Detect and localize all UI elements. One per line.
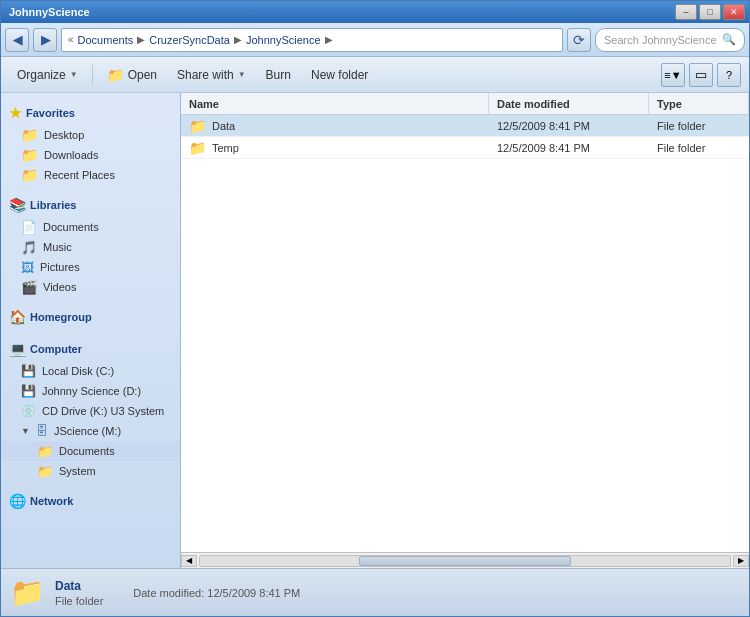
- search-box[interactable]: Search JohnnyScience 🔍: [595, 28, 745, 52]
- maximize-button[interactable]: □: [699, 4, 721, 20]
- scroll-right-button[interactable]: ▶: [733, 555, 749, 567]
- sidebar-item-recent-places[interactable]: 📁 Recent Places: [1, 165, 180, 185]
- breadcrumb-johnny[interactable]: JohnnyScience: [246, 34, 321, 46]
- organize-arrow-icon: ▼: [70, 70, 78, 79]
- breadcrumb-cruzer[interactable]: CruzerSyncData: [149, 34, 230, 46]
- breadcrumb-arrow-1: ▶: [137, 34, 145, 45]
- sidebar-item-desktop[interactable]: 📁 Desktop: [1, 125, 180, 145]
- sidebar-item-downloads[interactable]: 📁 Downloads: [1, 145, 180, 165]
- status-modified: Date modified: 12/5/2009 8:41 PM: [133, 587, 300, 599]
- table-row[interactable]: 📁 Temp 12/5/2009 8:41 PM File folder: [181, 137, 749, 159]
- homegroup-header[interactable]: 🏠 Homegroup: [1, 305, 180, 329]
- minimize-button[interactable]: –: [675, 4, 697, 20]
- pictures-label: Pictures: [40, 261, 80, 273]
- scrollbar-thumb[interactable]: [359, 556, 571, 566]
- sidebar-item-music[interactable]: 🎵 Music: [1, 237, 180, 257]
- sidebar-item-documents-jscience[interactable]: 📁 Documents: [1, 441, 180, 461]
- col-header-type[interactable]: Type: [649, 93, 749, 114]
- new-folder-button[interactable]: New folder: [303, 61, 376, 89]
- sidebar-item-videos[interactable]: 🎬 Videos: [1, 277, 180, 297]
- sidebar-item-documents[interactable]: 📄 Documents: [1, 217, 180, 237]
- main-area: ★ Favorites 📁 Desktop 📁 Downloads 📁 Rece…: [1, 93, 749, 568]
- homegroup-icon: 🏠: [9, 309, 26, 325]
- organize-button[interactable]: Organize ▼: [9, 61, 86, 89]
- sidebar-item-local-disk[interactable]: 💾 Local Disk (C:): [1, 361, 180, 381]
- horizontal-scrollbar[interactable]: ◀ ▶: [181, 552, 749, 568]
- jscience-label: JScience (M:): [54, 425, 121, 437]
- cd-drive-icon: 💿: [21, 404, 36, 418]
- file-folder-icon-data: 📁: [189, 118, 206, 134]
- content-area: Name Date modified Type 📁 Data 12/5/2009…: [181, 93, 749, 568]
- sidebar-item-cd-drive[interactable]: 💿 CD Drive (K:) U3 System: [1, 401, 180, 421]
- homegroup-label: Homegroup: [30, 311, 92, 323]
- system-folder-icon: 📁: [37, 464, 53, 479]
- address-field[interactable]: « Documents ▶ CruzerSyncData ▶ JohnnySci…: [61, 28, 563, 52]
- sidebar-item-pictures[interactable]: 🖼 Pictures: [1, 257, 180, 277]
- scroll-left-button[interactable]: ◀: [181, 555, 197, 567]
- scrollbar-track[interactable]: [199, 555, 731, 567]
- file-date-temp: 12/5/2009 8:41 PM: [489, 142, 649, 154]
- status-date-label: Date modified:: [133, 587, 204, 599]
- sidebar: ★ Favorites 📁 Desktop 📁 Downloads 📁 Rece…: [1, 93, 181, 568]
- favorites-header[interactable]: ★ Favorites: [1, 101, 180, 125]
- sidebar-item-johnny-science[interactable]: 💾 Johnny Science (D:): [1, 381, 180, 401]
- breadcrumb-arrow-2: ▶: [234, 34, 242, 45]
- computer-header[interactable]: 💻 Computer: [1, 337, 180, 361]
- col-header-name[interactable]: Name: [181, 93, 489, 114]
- sidebar-item-jscience[interactable]: ▼ 🗄 JScience (M:): [1, 421, 180, 441]
- table-row[interactable]: 📁 Data 12/5/2009 8:41 PM File folder: [181, 115, 749, 137]
- search-placeholder: Search JohnnyScience: [604, 34, 717, 46]
- libraries-header[interactable]: 📚 Libraries: [1, 193, 180, 217]
- breadcrumb-arrow-3: ▶: [325, 34, 333, 45]
- status-bar: 📁 Data File folder Date modified: 12/5/2…: [1, 568, 749, 616]
- documents-icon: 📄: [21, 220, 37, 235]
- downloads-folder-icon: 📁: [21, 147, 38, 163]
- libraries-section: 📚 Libraries 📄 Documents 🎵 Music 🖼 Pictur…: [1, 193, 180, 297]
- videos-label: Videos: [43, 281, 76, 293]
- downloads-label: Downloads: [44, 149, 98, 161]
- forward-button[interactable]: ▶: [33, 28, 57, 52]
- back-button[interactable]: ◀: [5, 28, 29, 52]
- window-title: JohnnyScience: [5, 6, 90, 18]
- address-prefix-icon: «: [68, 34, 74, 45]
- open-button[interactable]: 📁 Open: [99, 61, 165, 89]
- status-selected-type: File folder: [55, 595, 103, 607]
- status-selected-name: Data: [55, 579, 103, 593]
- file-date-data: 12/5/2009 8:41 PM: [489, 120, 649, 132]
- desktop-label: Desktop: [44, 129, 84, 141]
- share-with-button[interactable]: Share with ▼: [169, 61, 254, 89]
- star-icon: ★: [9, 105, 22, 121]
- close-button[interactable]: ✕: [723, 4, 745, 20]
- view-options-button[interactable]: ≡▼: [661, 63, 685, 87]
- network-section: 🌐 Network: [1, 489, 180, 513]
- help-button[interactable]: ?: [717, 63, 741, 87]
- desktop-folder-icon: 📁: [21, 127, 38, 143]
- status-info: Data File folder: [55, 579, 103, 607]
- title-bar-buttons: – □ ✕: [675, 4, 745, 20]
- homegroup-section: 🏠 Homegroup: [1, 305, 180, 329]
- network-label: Network: [30, 495, 73, 507]
- address-bar: ◀ ▶ « Documents ▶ CruzerSyncData ▶ Johnn…: [1, 23, 749, 57]
- preview-pane-button[interactable]: ▭: [689, 63, 713, 87]
- organize-label: Organize: [17, 68, 66, 82]
- col-header-date[interactable]: Date modified: [489, 93, 649, 114]
- computer-icon: 💻: [9, 341, 26, 357]
- open-folder-icon: 📁: [107, 67, 124, 83]
- sidebar-item-system[interactable]: 📁 System: [1, 461, 180, 481]
- window: JohnnyScience – □ ✕ ◀ ▶ « Documents ▶ Cr…: [0, 0, 750, 617]
- network-header[interactable]: 🌐 Network: [1, 489, 180, 513]
- videos-icon: 🎬: [21, 280, 37, 295]
- libraries-icon: 📚: [9, 197, 26, 213]
- share-arrow-icon: ▼: [238, 70, 246, 79]
- johnny-science-label: Johnny Science (D:): [42, 385, 141, 397]
- breadcrumb-documents[interactable]: Documents: [78, 34, 134, 46]
- refresh-button[interactable]: ⟳: [567, 28, 591, 52]
- search-icon: 🔍: [722, 33, 736, 46]
- johnny-science-icon: 💾: [21, 384, 36, 398]
- favorites-section: ★ Favorites 📁 Desktop 📁 Downloads 📁 Rece…: [1, 101, 180, 185]
- file-name-temp: 📁 Temp: [181, 140, 489, 156]
- documents-label: Documents: [43, 221, 99, 233]
- burn-button[interactable]: Burn: [258, 61, 299, 89]
- local-disk-icon: 💾: [21, 364, 36, 378]
- local-disk-label: Local Disk (C:): [42, 365, 114, 377]
